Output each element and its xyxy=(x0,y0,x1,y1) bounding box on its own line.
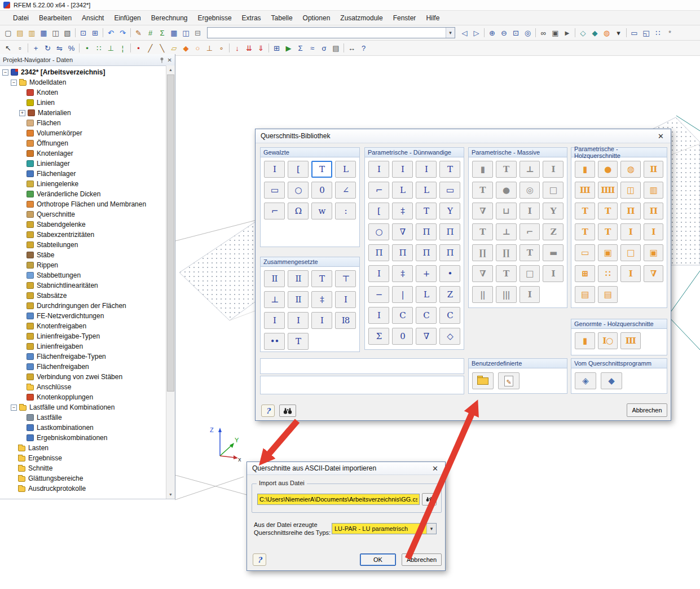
zoom-in-icon[interactable]: ⊕ xyxy=(486,27,498,38)
section-button[interactable]: T xyxy=(496,265,517,282)
tree-item[interactable]: Stabbettungen xyxy=(0,270,166,280)
video-icon[interactable]: ► xyxy=(561,27,573,38)
tree-item[interactable]: Knotenkopplungen xyxy=(0,392,166,402)
snap-ortho-icon[interactable]: ⊥ xyxy=(105,42,117,54)
section-button[interactable]: ‡ xyxy=(392,265,413,282)
grid-icon[interactable]: ∷ xyxy=(652,27,664,38)
section-button[interactable]: ∏ xyxy=(496,244,517,261)
section-button[interactable]: ⊥ xyxy=(496,223,517,240)
section-button[interactable]: I xyxy=(520,286,540,303)
divide-icon[interactable]: % xyxy=(65,42,77,54)
tree-item[interactable]: FE-Netzverdichtungen xyxy=(0,311,166,321)
section-button[interactable]: T xyxy=(598,223,618,240)
tree-item[interactable]: Stabsätze xyxy=(0,291,166,301)
section-button[interactable]: ○ xyxy=(288,182,309,199)
section-button[interactable]: IIII xyxy=(598,182,618,199)
results-icon[interactable]: Σ xyxy=(294,42,306,54)
user-section-edit-button[interactable]: ✎ xyxy=(498,372,520,389)
tree-item[interactable]: − Lastfälle und Kombinationen xyxy=(0,402,166,412)
section-button[interactable]: 0 xyxy=(311,182,332,199)
save-icon[interactable]: ▦ xyxy=(38,27,50,38)
section-button[interactable]: ∠ xyxy=(335,182,356,199)
zoom-window-icon[interactable]: ⊡ xyxy=(510,27,522,38)
section-button[interactable]: ⊞ xyxy=(575,265,595,282)
print-preview-icon[interactable]: ▧ xyxy=(61,27,73,38)
section-button[interactable]: I8 xyxy=(335,312,356,329)
zoom-out-icon[interactable]: ⊖ xyxy=(498,27,510,38)
tree-expander[interactable]: + xyxy=(19,110,25,116)
section-button[interactable]: : xyxy=(335,203,356,219)
section-button[interactable]: + xyxy=(416,265,437,282)
new-opening-icon[interactable]: ○ xyxy=(192,42,204,54)
section-button[interactable]: I xyxy=(264,312,285,329)
tree-item[interactable]: Stabendgelenke xyxy=(0,219,166,230)
tree-item[interactable]: Flächen xyxy=(0,118,166,128)
search-icon[interactable]: ◎ xyxy=(522,27,534,38)
section-button[interactable]: T xyxy=(472,223,493,240)
snap-node-icon[interactable]: • xyxy=(81,42,93,54)
menu-item[interactable]: Fenster xyxy=(388,12,421,24)
help-button[interactable]: ? xyxy=(253,553,266,566)
section-button[interactable]: □ xyxy=(543,182,563,199)
next-view-icon[interactable]: ▷ xyxy=(470,27,482,38)
section-button[interactable]: L xyxy=(335,161,356,178)
tree-item[interactable]: Durchdringungen der Flächen xyxy=(0,301,166,311)
section-button[interactable]: Z xyxy=(543,223,563,240)
solid-view-icon[interactable]: ◆ xyxy=(589,27,601,38)
section-button[interactable]: ∇ xyxy=(644,265,664,282)
section-button[interactable]: Y xyxy=(439,203,460,219)
section-button[interactable]: T xyxy=(496,161,517,178)
scroll-down-icon[interactable]: ▼ xyxy=(166,490,175,499)
section-button[interactable]: T xyxy=(416,203,437,219)
print-icon[interactable]: ◫ xyxy=(50,27,61,38)
menu-item[interactable]: Tabelle xyxy=(266,12,298,24)
menu-item[interactable]: Ansicht xyxy=(77,12,109,24)
new-support-icon[interactable]: ⊥ xyxy=(204,42,215,54)
section-button[interactable]: ∇ xyxy=(472,203,493,219)
section-button[interactable]: Π xyxy=(439,223,460,240)
tree-item[interactable]: Liniengelenke xyxy=(0,179,166,189)
tree-item[interactable]: Linienlager xyxy=(0,159,166,169)
section-button[interactable]: I xyxy=(416,161,437,178)
mesh-icon[interactable]: ⊞ xyxy=(271,42,283,54)
cancel-button[interactable]: Abbrechen xyxy=(402,553,442,566)
section-button[interactable]: Π xyxy=(416,244,437,261)
section-button[interactable]: II xyxy=(644,161,664,178)
section-button[interactable]: ▣ xyxy=(644,244,664,261)
section-button[interactable]: ⊤ xyxy=(335,270,356,287)
section-button[interactable]: || xyxy=(472,286,493,303)
section-button[interactable]: I xyxy=(335,291,356,308)
pin-icon[interactable] xyxy=(159,57,165,63)
section-button[interactable]: ▮ xyxy=(575,161,595,178)
shape-thin-program-button[interactable]: ◈ xyxy=(575,372,596,389)
section-button[interactable]: Π xyxy=(439,244,460,261)
tree-item[interactable]: Volumenkörper xyxy=(0,128,166,138)
section-button[interactable]: Y xyxy=(543,203,563,219)
menu-item[interactable]: Einfügen xyxy=(109,12,146,24)
tree-item[interactable]: Flächenlager xyxy=(0,169,166,179)
section-button[interactable]: □ xyxy=(520,265,540,282)
load-surface-icon[interactable]: ⇓ xyxy=(255,42,267,54)
chevron-down-icon[interactable]: ▾ xyxy=(613,27,624,38)
menu-item[interactable]: Extras xyxy=(237,12,266,24)
tree-item[interactable]: Anschlüsse xyxy=(0,382,166,392)
section-button[interactable]: I xyxy=(543,265,563,282)
ok-button[interactable]: OK xyxy=(360,553,396,566)
section-button[interactable]: ⌐ xyxy=(264,203,285,219)
section-button[interactable]: I xyxy=(368,265,389,282)
new-icon[interactable]: ▢ xyxy=(2,27,14,38)
tree-expander[interactable]: − xyxy=(11,405,17,411)
menu-item[interactable]: Optionen xyxy=(298,12,336,24)
section-button[interactable]: ○ xyxy=(368,223,389,240)
section-button[interactable]: ▥ xyxy=(644,182,664,199)
browse-file-button[interactable] xyxy=(422,493,437,506)
section-button[interactable]: II xyxy=(264,270,285,287)
tree-item[interactable]: Querschnitte xyxy=(0,209,166,219)
dialog-titlebar[interactable]: Querschnitte aus ASCII-Datei importieren… xyxy=(247,462,445,475)
section-button[interactable]: ‡ xyxy=(311,291,332,308)
render-icon[interactable]: ◍ xyxy=(601,27,613,38)
window-titlebar[interactable]: RFEM 5.22.00 x64 - [2342*] xyxy=(0,0,700,11)
close-icon[interactable]: ✕ xyxy=(430,464,440,473)
section-button[interactable]: ∇ xyxy=(416,328,437,345)
section-button[interactable]: Σ xyxy=(368,328,389,345)
